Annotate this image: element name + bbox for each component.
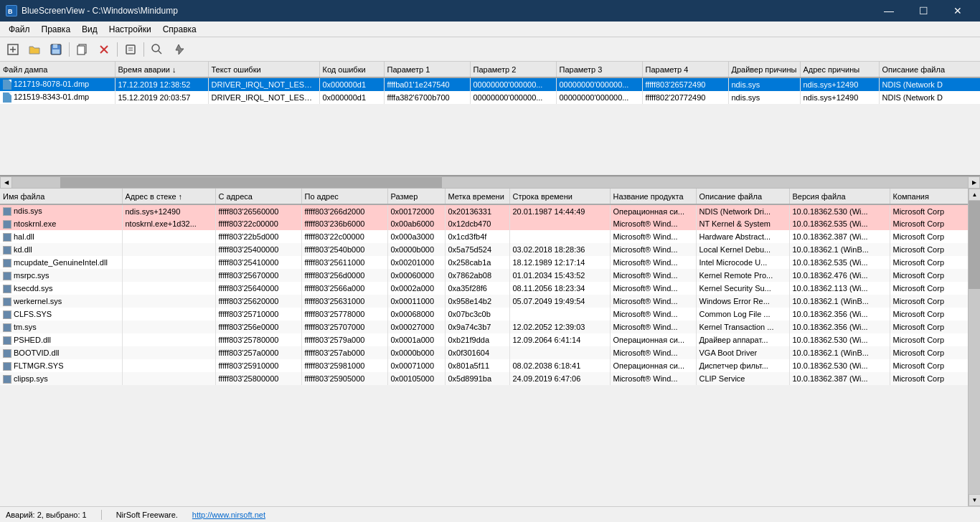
table-row[interactable]: PSHED.dllfffff803'25780000fffff803'2579a… [0, 333, 968, 346]
col-error-text[interactable]: Текст ошибки [208, 62, 319, 77]
file-icon [3, 259, 11, 267]
table-row[interactable]: hal.dllfffff803'22b5d000fffff803'22c0000… [0, 230, 968, 243]
menu-bar: Файл Правка Вид Настройки Справка [0, 22, 980, 37]
col-b-filedesc[interactable]: Описание файла [696, 189, 789, 204]
h-scroll-track[interactable] [12, 177, 968, 188]
table-row[interactable]: kd.dllfffff803'25400000fffff803'2540b000… [0, 243, 968, 256]
col-addr[interactable]: Адрес причины [800, 62, 879, 77]
status-link[interactable]: http://www.nirsoft.net [192, 511, 265, 519]
menu-help[interactable]: Справка [157, 23, 202, 36]
table-row[interactable]: 121719-8078-01.dmp17.12.2019 12:38:52DRI… [0, 77, 980, 91]
v-scroll-track[interactable] [969, 201, 980, 494]
minimize-button[interactable]: — [872, 0, 905, 22]
open-button[interactable] [24, 40, 44, 59]
top-scroll-area[interactable]: Файл дампа Время аварии ↓ Текст ошибки К… [0, 62, 980, 176]
file-icon [3, 220, 11, 229]
window-title: BlueScreenView - C:\Windows\Minidump [22, 6, 178, 16]
col-b-company[interactable]: Компания [890, 189, 968, 204]
h-scroll-thumb[interactable] [60, 177, 443, 188]
table-row[interactable]: werkernel.sysfffff803'25620000fffff803'2… [0, 295, 968, 308]
pin-button[interactable] [169, 40, 189, 59]
status-sep [101, 510, 102, 520]
table-row[interactable]: ksecdd.sysfffff803'25640000fffff803'2566… [0, 282, 968, 295]
copy-button[interactable] [72, 40, 93, 59]
bottom-table-header: Имя файла Адрес в стеке ↑ С адреса По ад… [0, 189, 968, 204]
col-b-version[interactable]: Версия файла [789, 189, 890, 204]
svg-rect-12 [126, 45, 135, 54]
close-button[interactable]: ✕ [941, 0, 974, 22]
col-time[interactable]: Время аварии ↓ [115, 62, 208, 77]
col-b-size[interactable]: Размер [387, 189, 445, 204]
file-icon [3, 207, 11, 216]
table-row[interactable]: BOOTVID.dllfffff803'257a0000fffff803'257… [0, 346, 968, 359]
col-param1[interactable]: Параметр 1 [384, 62, 470, 77]
col-error-code[interactable]: Код ошибки [319, 62, 384, 77]
col-desc[interactable]: Описание файла [879, 62, 980, 77]
file-icon [3, 362, 11, 371]
scroll-right-arrow[interactable]: ▶ [968, 176, 980, 189]
scroll-up-arrow[interactable]: ▲ [969, 189, 980, 201]
new-button[interactable] [3, 40, 23, 59]
svg-text:B: B [8, 8, 13, 15]
status-middle: NirSoft Freeware. [116, 511, 178, 519]
col-param2[interactable]: Параметр 2 [470, 62, 556, 77]
col-param4[interactable]: Параметр 4 [642, 62, 728, 77]
toolbar-sep-2 [117, 42, 118, 57]
col-b-product[interactable]: Название продукта [610, 189, 696, 204]
panels-container: Файл дампа Время аварии ↓ Текст ошибки К… [0, 62, 980, 522]
table-row[interactable]: 121519-8343-01.dmp15.12.2019 20:03:57DRI… [0, 91, 980, 104]
table-row[interactable]: FLTMGR.SYSfffff803'25910000fffff803'2598… [0, 359, 968, 372]
table-row[interactable]: mcupdate_GenuineIntel.dllfffff803'254100… [0, 256, 968, 269]
window-controls: — ☐ ✕ [872, 0, 974, 22]
v-scroll-thumb[interactable] [969, 201, 980, 289]
h-scrollbar[interactable]: ◀ ▶ [0, 176, 980, 189]
save-button[interactable] [46, 40, 66, 59]
file-icon [3, 323, 11, 332]
table-row[interactable]: msrpc.sysfffff803'25670000fffff803'256d0… [0, 269, 968, 282]
scroll-left-arrow[interactable]: ◀ [0, 176, 12, 189]
maximize-button[interactable]: ☐ [907, 0, 940, 22]
scroll-down-arrow[interactable]: ▼ [969, 494, 980, 506]
svg-point-15 [152, 44, 159, 52]
file-icon [3, 246, 11, 255]
table-row[interactable]: clipsp.sysfffff803'25800000fffff803'2590… [0, 372, 968, 385]
col-b-stackaddr[interactable]: Адрес в стеке ↑ [122, 189, 215, 204]
svg-line-16 [159, 51, 161, 54]
file-icon [3, 285, 11, 293]
col-filename[interactable]: Файл дампа [0, 62, 115, 77]
table-row[interactable]: CLFS.SYSfffff803'25710000fffff803'257780… [0, 308, 968, 321]
col-param3[interactable]: Параметр 3 [556, 62, 642, 77]
toolbar-sep-3 [143, 42, 144, 57]
top-table: Файл дампа Время аварии ↓ Текст ошибки К… [0, 62, 980, 104]
file-icon [3, 233, 11, 242]
search-button[interactable] [147, 40, 167, 59]
menu-file[interactable]: Файл [3, 23, 36, 36]
bottom-panel-container: Имя файла Адрес в стеке ↑ С адреса По ад… [0, 189, 980, 506]
bottom-table-body: ndis.sysndis.sys+12490fffff803'26560000f… [0, 204, 968, 385]
svg-rect-7 [52, 49, 60, 54]
menu-settings[interactable]: Настройки [103, 23, 157, 36]
table-row[interactable]: tm.sysfffff803'256e0000fffff803'25707000… [0, 321, 968, 333]
bottom-table: Имя файла Адрес в стеке ↑ С адреса По ад… [0, 189, 968, 385]
file-icon [3, 92, 11, 103]
menu-edit[interactable]: Правка [36, 23, 77, 36]
title-bar-left: B BlueScreenView - C:\Windows\Minidump [6, 5, 178, 16]
col-driver[interactable]: Драйвер причины [728, 62, 800, 77]
delete-button[interactable] [94, 40, 114, 59]
col-b-fromaddr[interactable]: С адреса [215, 189, 301, 204]
toolbar [0, 37, 980, 62]
v-scrollbar[interactable]: ▲ ▼ [968, 189, 980, 506]
bottom-scroll-area[interactable]: Имя файла Адрес в стеке ↑ С адреса По ад… [0, 189, 968, 506]
file-icon [3, 336, 11, 345]
toolbar-sep-1 [69, 42, 70, 57]
col-b-timestamp[interactable]: Метка времени [445, 189, 509, 204]
file-icon [3, 310, 11, 319]
table-row[interactable]: ndis.sysndis.sys+12490fffff803'26560000f… [0, 204, 968, 217]
col-b-toaddr[interactable]: По адрес [301, 189, 387, 204]
properties-button[interactable] [121, 40, 141, 59]
menu-view[interactable]: Вид [76, 23, 103, 36]
top-table-body: 121719-8078-01.dmp17.12.2019 12:38:52DRI… [0, 77, 980, 104]
table-row[interactable]: ntoskrnl.exentoskrnl.exe+1d32...fffff803… [0, 217, 968, 230]
col-b-timestr[interactable]: Строка времени [509, 189, 610, 204]
col-b-filename[interactable]: Имя файла [0, 189, 122, 204]
